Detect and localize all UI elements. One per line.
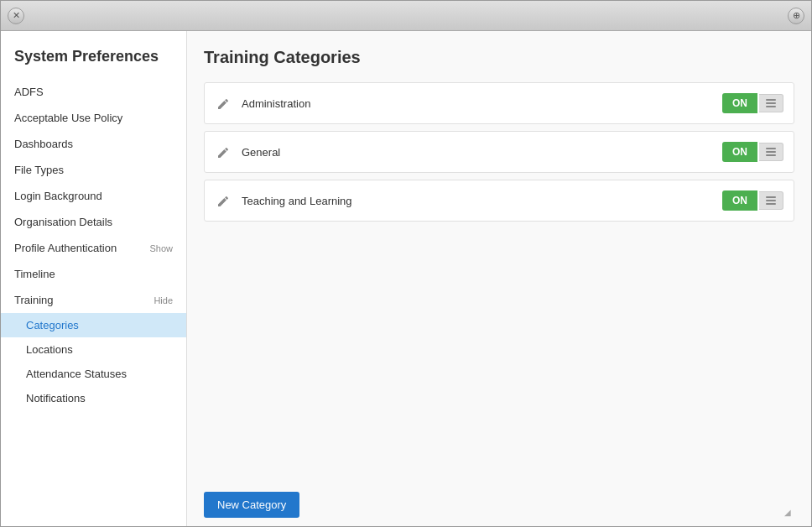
table-row: General ON [204,131,794,173]
sidebar-item-label: File Types [14,164,64,176]
category-row-left: Administration [215,94,310,112]
sidebar-sub-item-locations[interactable]: Locations [1,337,186,362]
edit-icon[interactable] [215,94,233,112]
profile-authentication-badge: Show [149,243,173,253]
new-category-button[interactable]: New Category [204,492,299,518]
category-name: General [242,146,280,159]
category-row-right: ON [722,93,783,113]
sidebar-sub-item-categories[interactable]: Categories [1,313,186,337]
sidebar-item-dashboards[interactable]: Dashboards [1,131,186,157]
category-name: Administration [242,97,310,110]
close-button[interactable]: ✕ [8,8,24,24]
sidebar-item-label: Login Background [14,190,102,202]
drag-lines-icon [766,148,776,156]
category-list: Administration ON General [204,82,794,482]
sidebar-item-label: Profile Authentication [14,242,117,254]
sidebar-item-file-types[interactable]: File Types [1,157,186,183]
sub-item-label: Notifications [26,392,86,404]
drag-handle[interactable] [759,143,783,161]
category-row-left: Teaching and Learning [215,191,352,210]
edit-icon[interactable] [215,143,233,161]
sidebar-item-profile-authentication[interactable]: Profile Authentication Show [1,235,186,261]
category-name: Teaching and Learning [242,195,352,207]
edit-icon[interactable] [215,191,233,210]
titlebar: ✕ ⊕ [1,1,811,31]
category-row-left: General [215,143,280,161]
on-toggle-button[interactable]: ON [722,190,757,211]
on-toggle-button[interactable]: ON [722,93,757,113]
sidebar-item-label: Timeline [14,268,55,280]
category-row-right: ON [722,142,783,162]
sidebar-sub-item-attendance-statuses[interactable]: Attendance Statuses [1,362,186,386]
on-toggle-button[interactable]: ON [722,142,757,162]
resize-handle: ◢ [784,508,794,518]
main-content: System Preferences ADFS Acceptable Use P… [1,31,811,526]
category-row-right: ON [722,190,783,211]
table-row: Administration ON [204,82,794,124]
content-footer: New Category ◢ [204,482,794,518]
sidebar-item-acceptable-use-policy[interactable]: Acceptable Use Policy [1,105,186,131]
sidebar-item-adfs[interactable]: ADFS [1,79,186,105]
drag-handle[interactable] [759,191,783,210]
drag-lines-icon [766,99,776,107]
system-preferences-window: ✕ ⊕ System Preferences ADFS Acceptable U… [0,0,812,527]
sub-item-label: Locations [26,343,73,356]
sidebar-item-timeline[interactable]: Timeline [1,261,186,287]
page-title: Training Categories [204,48,794,67]
content-area: Training Categories Administration ON [187,31,811,526]
sidebar-item-label: Organisation Details [14,216,112,228]
sidebar-item-training[interactable]: Training Hide [1,287,186,313]
sidebar: System Preferences ADFS Acceptable Use P… [1,31,187,526]
sidebar-sub-item-notifications[interactable]: Notifications [1,386,186,410]
sidebar-item-label: Dashboards [14,138,73,150]
sidebar-title: System Preferences [1,39,186,79]
drag-lines-icon [766,196,776,205]
sub-item-label: Categories [26,319,79,331]
sub-item-label: Attendance Statuses [26,368,127,380]
close-icon: ✕ [13,10,20,21]
training-badge: Hide [154,295,173,305]
sidebar-item-login-background[interactable]: Login Background [1,183,186,209]
sidebar-item-organisation-details[interactable]: Organisation Details [1,209,186,235]
sidebar-item-label: Acceptable Use Policy [14,112,122,124]
drag-handle[interactable] [759,94,783,112]
table-row: Teaching and Learning ON [204,180,794,222]
maximize-icon: ⊕ [793,10,800,21]
sidebar-item-label: ADFS [14,86,44,98]
maximize-button[interactable]: ⊕ [788,8,804,24]
sidebar-item-label: Training [14,294,53,306]
